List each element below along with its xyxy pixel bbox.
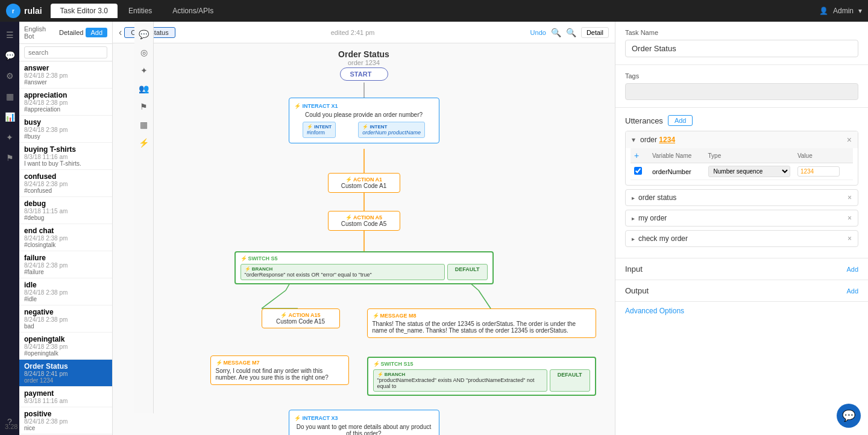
tool-star-icon[interactable]: ✦ bbox=[136, 63, 152, 78]
icon-bar-hamburger[interactable]: ☰ bbox=[1, 27, 18, 43]
advanced-options[interactable]: Advanced Options bbox=[615, 302, 868, 320]
sidebar-item-confused[interactable]: confused 8/24/18 2:38 pm #confused bbox=[19, 170, 112, 197]
var-type-cell: Number sequence bbox=[705, 163, 794, 180]
item-name: failure bbox=[24, 254, 107, 262]
sidebar-item-negative[interactable]: negative 8/24/18 2:38 pm bad bbox=[19, 305, 112, 333]
tool-flag-icon[interactable]: ⚑ bbox=[136, 99, 152, 114]
var-type-select[interactable]: Number sequence bbox=[708, 166, 790, 177]
add-input-button[interactable]: Add bbox=[846, 266, 858, 273]
sidebar-list: answer 8/24/18 2:38 pm #answer appreciat… bbox=[19, 61, 112, 435]
item-date: 8/24/18 2:38 pm bbox=[24, 72, 107, 79]
detail-label: Detailed bbox=[59, 29, 83, 36]
sidebar-item-failure[interactable]: failure 8/24/18 2:38 pm #failure bbox=[19, 251, 112, 278]
toggle-icon-2: ▸ bbox=[632, 195, 635, 201]
var-value-cell bbox=[794, 163, 853, 180]
utterances-section: Utterances Add ▾ order 1234 × bbox=[615, 108, 868, 258]
var-checkbox bbox=[631, 163, 649, 180]
canvas-area: ‹ Order Status edited 2:41 pm Undo 🔍 🔍 D… bbox=[113, 22, 615, 435]
utterance-text-1: order 1234 bbox=[640, 136, 844, 144]
sidebar-item-buying-tshirts[interactable]: buying T-shirts 8/3/18 11:16 am I want t… bbox=[19, 143, 112, 170]
item-date: 8/24/18 2:38 pm bbox=[24, 235, 107, 242]
utterance-close-4[interactable]: × bbox=[848, 234, 852, 243]
search-input[interactable] bbox=[24, 46, 107, 58]
detail-button[interactable]: Detail bbox=[581, 27, 609, 38]
undo-button[interactable]: Undo bbox=[530, 29, 546, 36]
sidebar-item-order-status[interactable]: Order Status 8/24/18 2:41 pm order 1234 bbox=[19, 360, 112, 387]
sidebar-item-idle[interactable]: idle 8/24/18 2:38 pm #idle bbox=[19, 278, 112, 305]
tool-speech-icon[interactable]: 💬 bbox=[136, 27, 152, 42]
item-tag: #failure bbox=[24, 269, 107, 275]
add-var-button[interactable]: + bbox=[634, 151, 639, 160]
toolbar-right: Undo 🔍 🔍 Detail bbox=[530, 27, 609, 38]
start-node: START bbox=[340, 67, 388, 81]
item-name: confused bbox=[24, 172, 107, 181]
tab-actions-apis[interactable]: Actions/APIs bbox=[163, 4, 223, 18]
action-a1-node: ⚡ACTION A1 Custom Code A1 bbox=[328, 173, 400, 193]
var-col-add: + bbox=[631, 148, 649, 163]
interact-x3-node: ⚡INTERACT X3 Do you want to get more det… bbox=[289, 410, 439, 435]
input-section: Input Add bbox=[615, 258, 868, 280]
tool-bolt-icon[interactable]: ⚡ bbox=[136, 135, 152, 151]
icon-bar-settings[interactable]: ⚙ bbox=[1, 67, 18, 84]
item-date: 8/24/18 2:38 pm bbox=[24, 418, 107, 425]
utterances-header: Utterances Add bbox=[625, 115, 858, 126]
action-a5-node: ⚡ACTION A5 Custom Code A5 bbox=[328, 211, 400, 231]
start-label: START bbox=[340, 67, 388, 81]
toggle-icon-3: ▸ bbox=[632, 215, 635, 222]
item-tag: #busy bbox=[24, 133, 107, 140]
add-output-button[interactable]: Add bbox=[846, 287, 858, 295]
back-button[interactable]: ‹ bbox=[119, 27, 122, 38]
item-date: 8/24/18 2:38 pm bbox=[24, 99, 107, 106]
tool-circle-icon[interactable]: ◎ bbox=[136, 45, 152, 60]
utterance-toggle-1[interactable]: ▾ bbox=[632, 136, 635, 144]
tool-grid-icon[interactable]: ▦ bbox=[136, 117, 152, 133]
sidebar-item-payment[interactable]: payment 8/3/18 11:16 am bbox=[19, 387, 112, 407]
icon-bar-chart[interactable]: 📊 bbox=[1, 108, 18, 125]
var-col-value: Value bbox=[794, 148, 853, 163]
tab-entities[interactable]: Entities bbox=[119, 4, 162, 18]
tags-select[interactable] bbox=[625, 83, 858, 100]
utterance-row-1: ▾ order 1234 × bbox=[626, 131, 858, 148]
add-utterance-button[interactable]: Add bbox=[668, 115, 693, 126]
utterance-collapsed-4[interactable]: ▸ check my order × bbox=[626, 231, 858, 246]
utterance-close-2[interactable]: × bbox=[848, 193, 852, 202]
utterance-close-3[interactable]: × bbox=[848, 214, 852, 222]
sidebar-item-end-chat[interactable]: end chat 8/24/18 2:38 pm #closingtalk bbox=[19, 224, 112, 251]
icon-bar-star[interactable]: ✦ bbox=[1, 129, 18, 146]
item-name: debug bbox=[24, 199, 107, 208]
sidebar-item-openingtalk[interactable]: openingtalk 8/24/18 2:38 pm #openingtalk bbox=[19, 333, 112, 360]
utterance-collapsed-3[interactable]: ▸ my order × bbox=[626, 210, 858, 226]
tab-task-editor[interactable]: Task Editor 3.0 bbox=[51, 4, 118, 18]
chat-fab-button[interactable]: 💬 bbox=[837, 404, 861, 428]
nav-left: r rulai Task Editor 3.0 Entities Actions… bbox=[6, 4, 223, 18]
sidebar-item-positive[interactable]: positive 8/24/18 2:38 pm nice bbox=[19, 407, 112, 434]
icon-bar-chat[interactable]: 💬 bbox=[1, 47, 18, 64]
action-a15-node: ⚡ACTION A15 Custom Code A15 bbox=[262, 308, 340, 328]
message-m7-text: Sorry, I could not find any order with t… bbox=[216, 368, 344, 381]
utterance-text-4: check my order bbox=[638, 234, 848, 243]
canvas-content[interactable]: Order Status order 1234 bbox=[113, 43, 615, 435]
task-name-input[interactable] bbox=[625, 40, 858, 57]
sidebar-item-debug[interactable]: debug 8/3/18 11:15 am #debug bbox=[19, 197, 112, 224]
sidebar-item-answer[interactable]: answer 8/24/18 2:38 pm #answer bbox=[19, 61, 112, 89]
interact-x3-header: INTERACT X3 bbox=[303, 415, 338, 421]
add-task-button[interactable]: Add bbox=[86, 28, 107, 37]
tool-users-icon[interactable]: 👥 bbox=[136, 81, 152, 96]
item-date: 8/24/18 2:38 pm bbox=[24, 289, 107, 296]
item-name: appreciation bbox=[24, 91, 107, 99]
output-section: Output Add bbox=[615, 280, 868, 302]
item-name: end chat bbox=[24, 227, 107, 235]
sidebar-item-busy[interactable]: busy 8/24/18 2:38 pm #busy bbox=[19, 116, 112, 143]
sidebar-item-appreciation[interactable]: appreciation 8/24/18 2:38 pm #appreciati… bbox=[19, 89, 112, 116]
item-date: 8/24/18 2:41 pm bbox=[24, 371, 107, 377]
action-a5-header: ACTION A5 bbox=[353, 214, 382, 221]
icon-bar-table[interactable]: ▦ bbox=[1, 88, 18, 105]
icon-bar-flag[interactable]: ⚑ bbox=[1, 149, 18, 166]
utterance-close-1[interactable]: × bbox=[847, 135, 852, 145]
var-value-input[interactable] bbox=[797, 166, 840, 177]
item-date: 8/24/18 2:38 pm bbox=[24, 343, 107, 350]
utterance-collapsed-2[interactable]: ▸ order status × bbox=[626, 190, 858, 205]
left-sidebar: English Bot Detailed Add answer 8/24/18 … bbox=[19, 22, 113, 435]
var-checkbox-input[interactable] bbox=[634, 167, 642, 175]
message-m8-header: MESSAGE M8 bbox=[380, 313, 417, 319]
